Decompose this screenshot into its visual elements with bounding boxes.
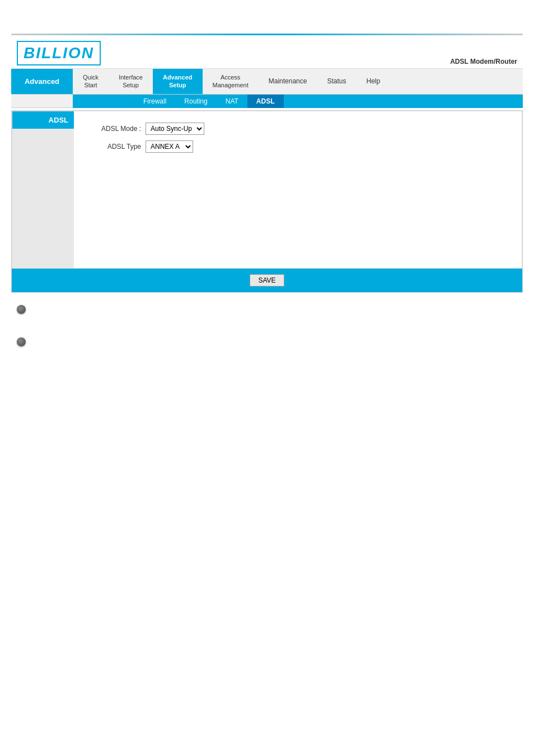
sub-nav-firewall[interactable]: Firewall [134, 95, 175, 108]
bullet-dot-2 [17, 337, 26, 346]
bullet-dot-1 [17, 305, 26, 314]
adsl-mode-label: ADSL Mode : [91, 125, 141, 133]
sub-nav-adsl[interactable]: ADSL [247, 95, 284, 108]
sidebar: ADSL [12, 111, 74, 268]
adsl-mode-row: ADSL Mode : Auto Sync-Up ADSL2+ ADSL2 AD… [91, 123, 505, 135]
adsl-mode-select[interactable]: Auto Sync-Up ADSL2+ ADSL2 ADSL [146, 123, 204, 135]
product-name: ADSL Modem/Router [450, 58, 517, 65]
nav-item-status[interactable]: Status [317, 69, 356, 94]
nav-item-interface-setup[interactable]: Interface Setup [109, 69, 153, 94]
footer-bar: SAVE [12, 269, 522, 292]
nav-item-quick-start[interactable]: Quick Start [73, 69, 109, 94]
nav-bar: Advanced Quick Start Interface Setup Adv… [11, 69, 523, 95]
header: BILLION ADSL Modem/Router [11, 35, 523, 69]
sub-nav-wrapper: Firewall Routing NAT ADSL [11, 95, 523, 108]
sub-nav: Firewall Routing NAT ADSL [134, 95, 284, 108]
nav-active-section: Advanced [11, 69, 73, 94]
sub-nav-nat[interactable]: NAT [217, 95, 247, 108]
bullet-item-1 [17, 304, 517, 314]
logo: BILLION [17, 41, 101, 65]
content-wrapper: ADSL ADSL Mode : Auto Sync-Up ADSL2+ ADS… [11, 110, 523, 293]
adsl-type-label: ADSL Type [91, 143, 141, 151]
nav-items: Quick Start Interface Setup Advanced Set… [73, 69, 523, 94]
nav-item-help[interactable]: Help [356, 69, 390, 94]
nav-item-advanced-setup[interactable]: Advanced Setup [153, 69, 203, 94]
content-area: ADSL Mode : Auto Sync-Up ADSL2+ ADSL2 AD… [74, 111, 522, 268]
bullet-section [11, 304, 523, 346]
adsl-type-select[interactable]: ANNEX A ANNEX B ANNEX C ANNEX I ANNEX J … [146, 140, 193, 153]
adsl-type-row: ADSL Type ANNEX A ANNEX B ANNEX C ANNEX … [91, 140, 505, 153]
sub-nav-routing[interactable]: Routing [175, 95, 216, 108]
nav-item-access-management[interactable]: Access Management [203, 69, 259, 94]
nav-item-maintenance[interactable]: Maintenance [259, 69, 317, 94]
sidebar-adsl[interactable]: ADSL [12, 111, 74, 129]
save-button[interactable]: SAVE [250, 274, 284, 287]
main-content: ADSL ADSL Mode : Auto Sync-Up ADSL2+ ADS… [12, 111, 522, 269]
page-wrapper: BILLION ADSL Modem/Router Advanced Quick… [0, 0, 534, 756]
sub-nav-spacer [11, 95, 73, 108]
bullet-item-2 [17, 336, 517, 346]
